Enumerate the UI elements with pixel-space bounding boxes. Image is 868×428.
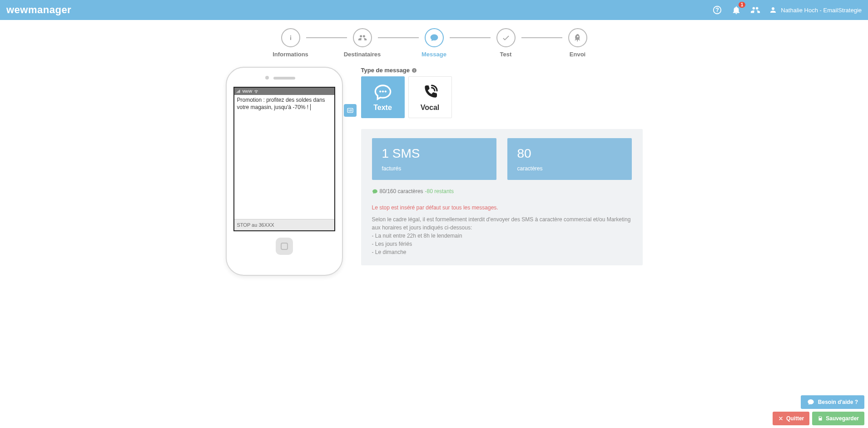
svg-rect-4 [350, 109, 352, 110]
user-menu[interactable]: Nathalie Hoch - EmailStrategie [769, 6, 862, 14]
app-header: wewmanager 1 Nathalie Hoch - EmailStrate… [0, 0, 868, 20]
sms-stop-footer: STOP au 36XXX [234, 219, 334, 230]
char-remaining-line: 80/160 caractères -80 restants [372, 188, 632, 194]
svg-point-11 [384, 90, 386, 92]
close-icon [778, 416, 784, 421]
signal-icon [236, 89, 241, 94]
phone-statusbar: WeW [234, 88, 334, 95]
save-label: Sauvegarder [826, 415, 859, 422]
svg-rect-1 [290, 37, 291, 40]
info-icon[interactable] [412, 68, 417, 73]
message-icon [430, 33, 439, 42]
app-logo: wewmanager [6, 4, 71, 16]
sms-message-input[interactable]: Promotion : profitez des soldes dans vot… [234, 95, 334, 219]
svg-rect-3 [348, 109, 349, 110]
phone-speaker [273, 77, 295, 80]
phone-preview-column: WeW Promotion : profitez des soldes dans… [226, 67, 343, 276]
svg-rect-2 [347, 108, 353, 112]
phone-vocal-icon [421, 83, 440, 102]
phone-home-button [276, 238, 293, 255]
step-destinataires[interactable]: Destinataires [331, 28, 394, 58]
logo-text-1: wew [6, 4, 28, 16]
users-icon [358, 33, 367, 42]
chat-small-icon [372, 189, 378, 194]
message-type-vocal[interactable]: Vocal [408, 76, 452, 118]
message-type-label: Type de message [361, 67, 643, 74]
char-count-sub: caractères [517, 165, 622, 172]
stepper: Informations Destinataires Message Test [0, 20, 868, 62]
carrier-name: WeW [243, 89, 253, 94]
footer-buttons: Quitter Sauvegarder [773, 412, 864, 425]
stats-panel: 1 SMS facturés 80 caractères 80/160 cara… [361, 129, 643, 265]
help-icon[interactable] [712, 5, 723, 15]
save-icon [818, 416, 823, 421]
legal-line-3: - Le dimanche [372, 248, 632, 256]
legal-text: Selon le cadre légal, il est formellemen… [372, 215, 632, 256]
phone-camera [265, 76, 269, 80]
wifi-icon [254, 89, 258, 94]
chat-bubble-icon [373, 83, 392, 102]
legal-intro: Selon le cadre légal, il est formellemen… [372, 215, 632, 232]
legal-line-2: - Les jours fériés [372, 240, 632, 248]
svg-rect-7 [414, 70, 414, 72]
rocket-icon [573, 33, 582, 42]
sms-message-text: Promotion : profitez des soldes dans vot… [237, 97, 325, 110]
content-row: WeW Promotion : profitez des soldes dans… [0, 62, 868, 294]
stop-warning-text: Le stop est inséré par défaut sur tous l… [372, 204, 632, 211]
char-count-value: 80 [517, 146, 622, 161]
user-avatar-icon [769, 6, 777, 14]
logo-text-2: manager [28, 4, 71, 16]
sms-count-card: 1 SMS facturés [372, 138, 496, 180]
help-label: Besoin d'aide ? [818, 399, 858, 405]
type-label: Vocal [421, 104, 440, 112]
user-name: Nathalie Hoch - EmailStrategie [781, 7, 862, 14]
help-chat-icon [807, 398, 814, 406]
message-type-selector: Texte Vocal [361, 76, 643, 118]
step-informations[interactable]: Informations [259, 28, 322, 58]
sms-count-sub: facturés [382, 165, 486, 172]
phone-screen: WeW Promotion : profitez des soldes dans… [233, 87, 335, 231]
char-rest: -80 restants [425, 188, 454, 194]
config-column: Type de message Texte Vocal 1 SMS [361, 67, 643, 276]
insert-placeholder-button[interactable] [344, 104, 357, 117]
message-type-texte[interactable]: Texte [361, 76, 405, 118]
svg-point-8 [414, 69, 414, 70]
char-main: 80/160 caractères [380, 188, 423, 194]
step-envoi[interactable]: Envoi [546, 28, 610, 58]
header-right: 1 Nathalie Hoch - EmailStrategie [712, 5, 862, 15]
svg-point-10 [382, 90, 383, 92]
save-button[interactable]: Sauvegarder [812, 412, 864, 425]
type-label: Texte [373, 104, 392, 112]
help-pill[interactable]: Besoin d'aide ? [801, 395, 864, 409]
legal-line-1: - La nuit entre 22h et 8h le lendemain [372, 232, 632, 240]
quit-button[interactable]: Quitter [773, 412, 809, 425]
char-count-card: 80 caractères [507, 138, 632, 180]
step-test[interactable]: Test [474, 28, 538, 58]
svg-point-0 [290, 35, 291, 36]
phone-mockup: WeW Promotion : profitez des soldes dans… [226, 67, 343, 276]
svg-rect-5 [348, 111, 352, 111]
info-icon [286, 33, 295, 42]
notification-badge: 1 [739, 2, 746, 8]
step-message[interactable]: Message [402, 28, 466, 58]
check-icon [501, 33, 511, 42]
quit-label: Quitter [786, 415, 804, 422]
svg-point-9 [379, 90, 381, 92]
sms-count-value: 1 SMS [382, 146, 486, 161]
bell-icon[interactable]: 1 [731, 5, 742, 15]
contacts-icon[interactable] [750, 5, 761, 15]
